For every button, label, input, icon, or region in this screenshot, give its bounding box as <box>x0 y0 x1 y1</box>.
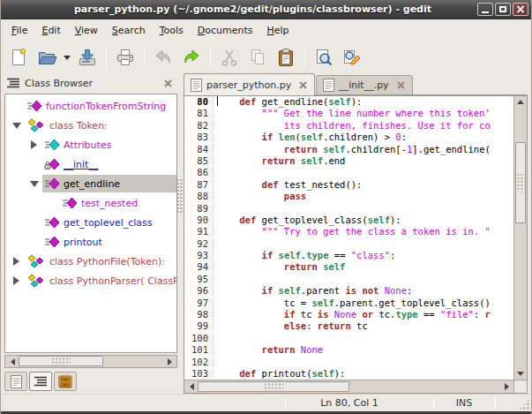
open-button[interactable] <box>33 44 61 71</box>
scroll-right-arrow[interactable] <box>500 380 513 392</box>
pane-resize-handle[interactable] <box>174 72 184 389</box>
expander-open-icon[interactable] <box>11 120 22 132</box>
save-button[interactable] <box>73 44 101 71</box>
find-button[interactable] <box>310 44 338 71</box>
expander-closed-icon[interactable] <box>28 139 40 151</box>
scroll-left-arrow[interactable] <box>185 380 198 392</box>
tree-item-class-token-[interactable]: class Token: <box>5 116 176 135</box>
expander-spacer <box>28 159 40 170</box>
expander-closed-icon[interactable] <box>11 256 22 267</box>
code-line-95[interactable]: 95 <box>184 274 513 285</box>
tree-item-printout[interactable]: printout <box>5 232 176 252</box>
list-icon <box>6 77 20 89</box>
tree-item-class-pythonfile-token-[interactable]: class PythonFile(Token): <box>5 252 176 271</box>
scroll-down-arrow[interactable] <box>514 368 527 380</box>
editor-tabbar: parser_python.py__init__.py <box>184 72 528 95</box>
code-line-94[interactable]: 94 return self <box>184 261 513 273</box>
tree-item-test_nested[interactable]: test_nested <box>5 193 176 213</box>
find-icon <box>313 47 334 68</box>
tree-item-get_toplevel_class[interactable]: get_toplevel_class <box>5 213 176 232</box>
menu-tools[interactable]: Tools <box>153 21 191 40</box>
tree-item-class-pythonparser-classpa[interactable]: class PythonParser( ClassPa <box>5 271 176 290</box>
scroll-thumb[interactable] <box>19 356 103 366</box>
menu-search[interactable]: Search <box>105 21 153 40</box>
expander-spacer <box>46 198 57 209</box>
print-button[interactable] <box>111 44 139 71</box>
statusbar-separator <box>433 397 434 410</box>
expander-closed-icon[interactable] <box>11 275 22 287</box>
code-line-83[interactable]: 83 if len(self.children) > 0: <box>184 132 513 143</box>
code-line-100[interactable]: 100 <box>184 333 513 344</box>
statusbar: Ln 80, Col 1 INS <box>1 394 531 411</box>
code-line-86[interactable]: 86 <box>184 167 513 178</box>
redo-button[interactable] <box>177 44 206 71</box>
copy-button <box>244 44 272 71</box>
tree-item-get_endline[interactable]: get_endline <box>5 174 176 193</box>
tree-item-functiontokenfromstring[interactable]: functionTokenFromString <box>5 96 176 116</box>
tree-cell: Attributes <box>42 136 176 154</box>
tab-close-icon[interactable] <box>298 80 308 90</box>
class-icon <box>26 254 46 268</box>
method-icon <box>44 236 60 248</box>
sidebar-hscrollbar[interactable] <box>4 355 177 368</box>
code-line-103[interactable]: 103 def printout(self): <box>184 368 513 380</box>
code-line-89[interactable]: 89 <box>184 203 513 215</box>
code-line-87[interactable]: 87 def test_nested(): <box>184 179 513 191</box>
window-resize-grip[interactable] <box>518 398 530 410</box>
expander-open-icon[interactable] <box>28 178 40 190</box>
code-line-101[interactable]: 101 return None <box>184 344 513 356</box>
titlebar[interactable]: parser_python.py (~/.gnome2/gedit/plugin… <box>1 0 531 19</box>
menu-edit[interactable]: Edit <box>34 21 67 40</box>
code-vscrollbar[interactable] <box>513 96 527 380</box>
menu-view[interactable]: View <box>68 21 105 40</box>
tree-item-attributes[interactable]: Attributes <box>5 135 176 154</box>
code-line-102[interactable]: 102 <box>184 357 513 368</box>
code-line-93[interactable]: 93 if self.type == "class": <box>184 250 513 261</box>
sidebar-tab-documents[interactable] <box>4 372 27 391</box>
code-hscrollbar[interactable] <box>184 380 513 393</box>
code-line-84[interactable]: 84 return self.children[-1].get_endline( <box>184 144 513 155</box>
code-line-96[interactable]: 96 if self.parent is not None: <box>184 285 513 297</box>
line-number: 80 <box>184 96 213 108</box>
scroll-thumb[interactable] <box>515 142 526 223</box>
tree-item-__init__[interactable]: __init__ <box>5 154 176 174</box>
scroll-up-arrow[interactable] <box>514 96 527 108</box>
code-line-91[interactable]: 91 """ Try to get the class a token is i… <box>184 226 513 237</box>
document-icon <box>191 79 202 92</box>
code-line-82[interactable]: 82 its children, finishes. Use it for co <box>184 120 513 132</box>
code-line-80[interactable]: 80 def get_endline(self): <box>184 96 513 108</box>
find-replace-button[interactable] <box>338 44 366 71</box>
code-line-99[interactable]: 99 else: return tc <box>184 320 513 332</box>
code-line-88[interactable]: 88 pass <box>184 191 513 202</box>
code-line-81[interactable]: 81 """ Get the line number where this to… <box>184 108 513 119</box>
code-line-92[interactable]: 92 <box>184 238 513 250</box>
minimize-icon <box>482 11 489 13</box>
redo-icon <box>181 47 202 68</box>
sidebar-tab-class-browser[interactable] <box>29 372 52 391</box>
code-line-85[interactable]: 85 return self.end <box>184 155 513 167</box>
code-line-97[interactable]: 97 tc = self.parent.get_toplevel_class() <box>184 297 513 309</box>
open-dropdown-button[interactable] <box>61 44 73 71</box>
maximize-button[interactable] <box>495 3 511 16</box>
sidebar-tab-file-browser[interactable] <box>54 372 77 391</box>
tree-cell: class PythonParser( ClassPa <box>25 272 177 290</box>
minimize-button[interactable] <box>477 3 493 16</box>
new-button[interactable] <box>4 44 33 71</box>
menu-help[interactable]: Help <box>260 21 296 40</box>
window-title: parser_python.py (~/.gnome2/gedit/plugin… <box>36 4 469 15</box>
tab-__init__.py[interactable]: __init__.py <box>316 75 412 94</box>
close-button[interactable] <box>513 3 528 16</box>
code-view[interactable]: 80 def get_endline(self):81 """ Get the … <box>184 96 513 380</box>
tree-cell: test_nested <box>60 194 176 212</box>
menu-file[interactable]: File <box>4 21 34 40</box>
code-line-90[interactable]: 90 def get_toplevel_class(self): <box>184 215 513 226</box>
scroll-left-arrow[interactable] <box>6 356 19 367</box>
line-number: 93 <box>184 250 213 261</box>
scroll-thumb[interactable] <box>198 381 349 392</box>
paste-button[interactable] <box>272 44 300 71</box>
tab-parser_python.py[interactable]: parser_python.py <box>184 73 315 95</box>
expander-spacer <box>28 237 40 248</box>
code-line-98[interactable]: 98 if tc is None or tc.type == "file": r <box>184 309 513 320</box>
menu-documents[interactable]: Documents <box>191 21 260 40</box>
tab-close-icon[interactable] <box>396 80 406 90</box>
